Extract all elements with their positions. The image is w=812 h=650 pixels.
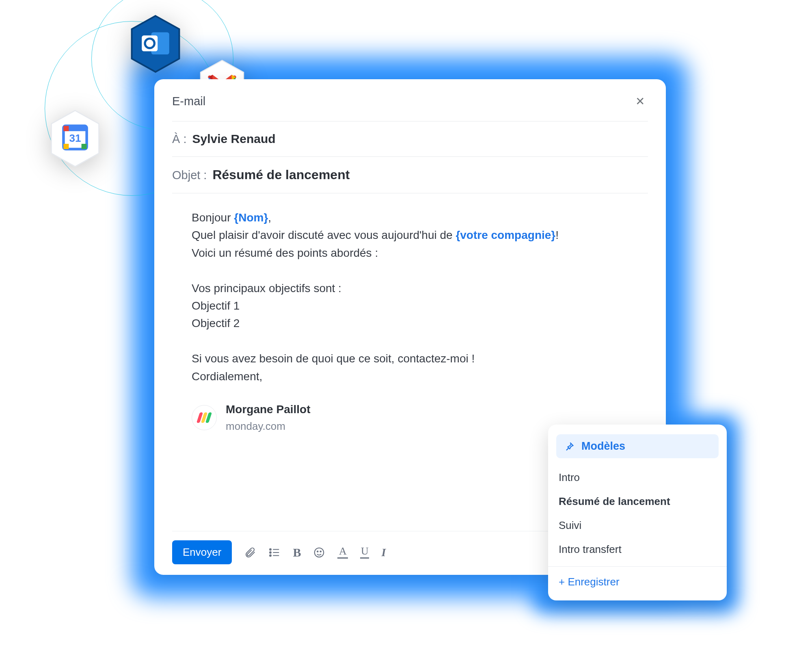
template-item[interactable]: Intro transfert <box>556 537 719 561</box>
google-calendar-icon: 31 <box>49 109 102 168</box>
body-text: Bonjour <box>192 211 234 224</box>
subject-value: Résumé de lancement <box>212 167 350 182</box>
pin-icon <box>564 441 575 452</box>
bold-icon[interactable]: B <box>293 546 301 559</box>
svg-rect-11 <box>63 144 69 149</box>
close-icon[interactable]: ✕ <box>632 93 648 110</box>
body-text: Quel plaisir d'avoir discuté avec vous a… <box>192 229 456 241</box>
templates-header-label: Modèles <box>581 440 625 453</box>
placeholder-company: {votre compagnie} <box>456 229 555 241</box>
italic-icon[interactable]: I <box>381 546 386 559</box>
body-text: Vos principaux objectifs sont : <box>192 280 644 297</box>
body-text: Objectif 2 <box>192 314 644 332</box>
subject-label: Objet : <box>172 169 207 182</box>
to-label: À : <box>172 132 186 146</box>
body-text: ! <box>555 229 559 241</box>
text-color-icon[interactable]: A <box>337 546 348 559</box>
svg-point-20 <box>315 548 324 557</box>
templates-header[interactable]: Modèles <box>556 434 719 458</box>
divider <box>548 566 727 567</box>
window-title: E-mail <box>172 95 205 108</box>
monday-logo-icon <box>192 405 217 430</box>
svg-rect-12 <box>63 126 69 131</box>
svg-text:31: 31 <box>69 132 81 144</box>
subject-row[interactable]: Objet : Résumé de lancement <box>172 157 648 193</box>
placeholder-name: {Nom} <box>234 211 268 224</box>
templates-popover: Modèles Intro Résumé de lancement Suivi … <box>548 425 727 600</box>
bullet-list-icon[interactable] <box>268 546 281 559</box>
body-text: , <box>268 211 271 224</box>
body-text: Voici un résumé des points abordés : <box>192 244 644 262</box>
svg-rect-10 <box>82 144 87 149</box>
outlook-icon <box>129 14 182 74</box>
attachment-icon[interactable] <box>244 546 256 559</box>
template-item[interactable]: Résumé de lancement <box>556 490 719 514</box>
send-button[interactable]: Envoyer <box>172 540 232 564</box>
to-value: Sylvie Renaud <box>192 132 275 146</box>
svg-point-16 <box>270 555 272 556</box>
svg-point-15 <box>270 552 272 553</box>
svg-point-22 <box>320 551 322 552</box>
emoji-icon[interactable] <box>313 546 325 559</box>
signature-company: monday.com <box>226 418 310 434</box>
body-text: Cordialement, <box>192 368 644 385</box>
signature-name: Morgane Paillot <box>226 401 310 418</box>
save-template-button[interactable]: + Enregistrer <box>556 571 719 593</box>
svg-point-14 <box>270 548 272 550</box>
to-row[interactable]: À : Sylvie Renaud <box>172 121 648 157</box>
underline-icon[interactable]: U <box>360 546 369 558</box>
body-text: Objectif 1 <box>192 297 644 314</box>
template-item[interactable]: Intro <box>556 466 719 490</box>
svg-point-21 <box>317 551 318 552</box>
body-text: Si vous avez besoin de quoi que ce soit,… <box>192 350 644 367</box>
template-item[interactable]: Suivi <box>556 514 719 537</box>
